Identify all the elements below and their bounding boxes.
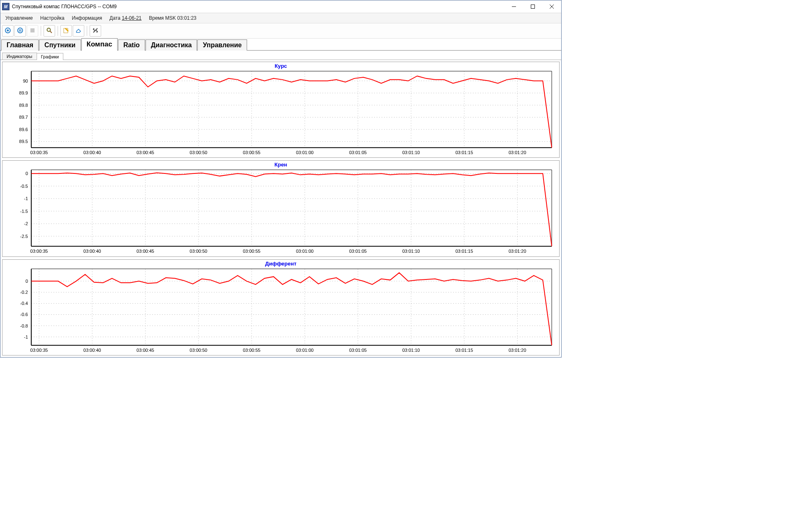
svg-text:03:01:10: 03:01:10 [402, 249, 420, 254]
close-button[interactable] [542, 0, 561, 13]
svg-rect-1 [531, 5, 535, 9]
svg-text:89.7: 89.7 [19, 115, 28, 120]
tools-icon [92, 27, 99, 35]
chart-roll[interactable]: Крен-2.5-2-1.5-1-0.5003:00:3503:00:4003:… [2, 160, 560, 256]
svg-text:-2: -2 [24, 222, 28, 226]
svg-text:-0.8: -0.8 [20, 323, 28, 328]
svg-text:-1.5: -1.5 [20, 209, 28, 214]
svg-text:03:00:45: 03:00:45 [136, 249, 154, 254]
svg-text:03:00:50: 03:00:50 [190, 150, 207, 155]
svg-rect-8 [21, 29, 21, 32]
minimize-button[interactable] [504, 0, 523, 13]
svg-line-3 [550, 5, 554, 9]
svg-text:03:00:35: 03:00:35 [30, 249, 48, 254]
svg-text:03:01:05: 03:01:05 [349, 249, 367, 254]
sub-tabs: Индикаторы Графики [0, 51, 561, 60]
tab-main-control[interactable]: Управление [197, 39, 247, 51]
svg-text:-0.4: -0.4 [20, 301, 28, 306]
svg-rect-9 [30, 28, 35, 32]
menu-date: Дата 14-06-21 [106, 14, 145, 22]
menu-time: Время MSK 03:01:23 [146, 14, 200, 22]
svg-point-10 [47, 28, 51, 31]
svg-text:03:01:15: 03:01:15 [456, 348, 473, 353]
toolbar-separator [87, 26, 87, 36]
app-icon: M [2, 3, 9, 10]
content-area: Курс89.589.689.789.889.99003:00:3503:00:… [0, 60, 561, 357]
menu-settings[interactable]: Настройка [37, 14, 68, 22]
svg-text:03:00:35: 03:00:35 [30, 348, 48, 353]
tab-main-diagnostics[interactable]: Диагностика [146, 39, 197, 51]
zoom-icon [46, 27, 53, 35]
clear-button[interactable] [73, 25, 84, 37]
svg-text:89.5: 89.5 [19, 139, 28, 144]
svg-text:03:01:00: 03:01:00 [296, 150, 314, 155]
svg-text:Курс: Курс [275, 63, 287, 69]
record-icon [5, 27, 11, 35]
svg-text:89.8: 89.8 [19, 103, 28, 108]
svg-text:-0.5: -0.5 [20, 184, 28, 189]
svg-text:89.9: 89.9 [19, 90, 28, 95]
clear-icon [75, 27, 82, 35]
main-tabs: Главная Спутники Компас Ratio Диагностик… [0, 39, 561, 51]
tab-main-ratio[interactable]: Ratio [118, 39, 145, 51]
svg-text:03:01:05: 03:01:05 [349, 150, 367, 155]
tab-main-compass[interactable]: Компас [81, 38, 118, 51]
maximize-button[interactable] [523, 0, 542, 13]
svg-text:03:00:45: 03:00:45 [136, 150, 154, 155]
menu-info[interactable]: Информация [69, 14, 105, 22]
svg-text:Крен: Крен [275, 162, 287, 168]
svg-text:90: 90 [23, 78, 28, 83]
tools-button[interactable] [90, 25, 101, 37]
svg-text:03:00:45: 03:00:45 [136, 348, 154, 353]
stop-icon [29, 27, 36, 35]
svg-text:03:00:35: 03:00:35 [30, 150, 48, 155]
svg-text:03:01:20: 03:01:20 [509, 150, 526, 155]
svg-text:03:01:20: 03:01:20 [509, 249, 526, 254]
menu-control[interactable]: Управление [2, 14, 36, 22]
toolbar-separator [58, 26, 58, 36]
svg-point-6 [18, 28, 23, 33]
toolbar-separator [41, 26, 41, 36]
app-window: M Спутниковый компас ГЛОНАСС/GPS -- COM9… [0, 0, 562, 358]
pause-button[interactable] [14, 25, 26, 37]
svg-text:-1: -1 [24, 196, 28, 201]
svg-text:03:00:50: 03:00:50 [190, 249, 207, 254]
tab-sub-indicators[interactable]: Индикаторы [2, 53, 37, 60]
svg-line-2 [550, 5, 554, 9]
tab-sub-charts[interactable]: Графики [37, 53, 64, 60]
zoom-button[interactable] [44, 25, 55, 37]
svg-text:89.6: 89.6 [19, 127, 28, 132]
record-button[interactable] [2, 25, 14, 37]
svg-text:03:01:00: 03:01:00 [296, 249, 314, 254]
svg-text:-2.5: -2.5 [20, 234, 28, 239]
chart-pitch[interactable]: Дифферент-1-0.8-0.6-0.4-0.2003:00:3503:0… [2, 259, 560, 355]
svg-point-5 [7, 29, 9, 31]
tab-main-home[interactable]: Главная [1, 39, 39, 51]
tab-main-satellites[interactable]: Спутники [39, 39, 81, 51]
svg-text:03:01:15: 03:01:15 [456, 150, 473, 155]
svg-text:03:00:55: 03:00:55 [243, 348, 261, 353]
svg-text:-1: -1 [24, 334, 28, 339]
svg-line-11 [50, 31, 52, 33]
svg-rect-7 [19, 29, 20, 32]
svg-text:0: 0 [25, 171, 28, 176]
stop-button[interactable] [27, 25, 38, 37]
title-bar: M Спутниковый компас ГЛОНАСС/GPS -- COM9 [0, 0, 561, 13]
svg-text:Дифферент: Дифферент [265, 261, 296, 267]
svg-text:03:01:10: 03:01:10 [402, 348, 420, 353]
svg-text:03:01:05: 03:01:05 [349, 348, 367, 353]
svg-text:03:01:00: 03:01:00 [296, 348, 314, 353]
svg-text:03:01:15: 03:01:15 [456, 249, 473, 254]
svg-text:03:01:10: 03:01:10 [402, 150, 420, 155]
window-title: Спутниковый компас ГЛОНАСС/GPS -- COM9 [12, 4, 117, 9]
svg-text:03:00:40: 03:00:40 [83, 348, 101, 353]
chart-heading[interactable]: Курс89.589.689.789.889.99003:00:3503:00:… [2, 62, 560, 158]
svg-text:03:00:50: 03:00:50 [190, 348, 207, 353]
menu-bar: Управление Настройка Информация Дата 14-… [0, 13, 561, 23]
edit-icon [63, 27, 69, 35]
svg-text:03:00:40: 03:00:40 [83, 150, 101, 155]
svg-text:0: 0 [25, 279, 28, 284]
svg-text:-0.6: -0.6 [20, 312, 28, 317]
svg-text:-0.2: -0.2 [20, 290, 28, 295]
edit-button[interactable] [60, 25, 72, 37]
